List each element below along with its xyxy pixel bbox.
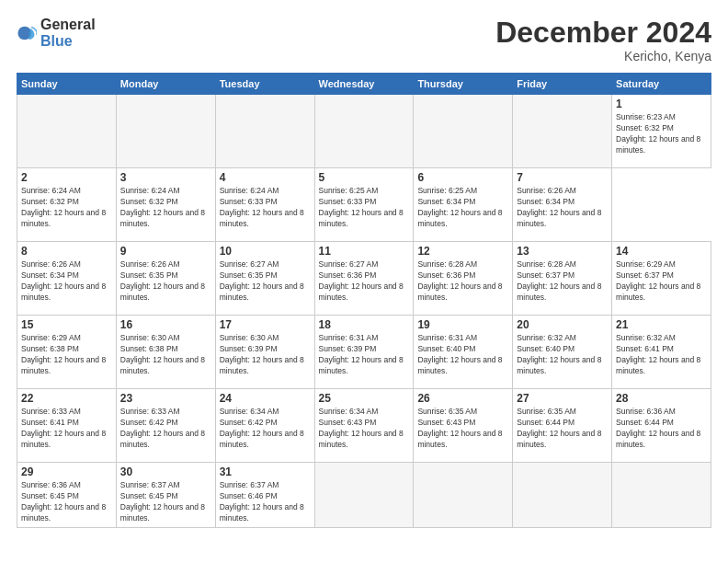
- day-number: 14: [616, 245, 707, 258]
- empty-cell: [314, 95, 414, 168]
- table-row: 5Sunrise: 6:25 AMSunset: 6:33 PMDaylight…: [314, 168, 414, 242]
- table-row: 17Sunrise: 6:30 AMSunset: 6:39 PMDayligh…: [215, 316, 314, 389]
- day-number: 31: [220, 465, 311, 478]
- table-row: 7Sunrise: 6:26 AMSunset: 6:34 PMDaylight…: [513, 168, 612, 242]
- weekday-header-row: Sunday Monday Tuesday Wednesday Thursday…: [17, 74, 711, 95]
- title-block: December 2024 Kericho, Kenya: [495, 17, 711, 63]
- day-number: 28: [616, 392, 707, 405]
- day-info: Sunrise: 6:26 AMSunset: 6:34 PMDaylight:…: [517, 186, 608, 230]
- table-row: 14Sunrise: 6:29 AMSunset: 6:37 PMDayligh…: [612, 242, 711, 316]
- day-info: Sunrise: 6:26 AMSunset: 6:34 PMDaylight:…: [21, 259, 112, 304]
- day-info: Sunrise: 6:33 AMSunset: 6:41 PMDaylight:…: [21, 407, 112, 451]
- day-number: 23: [120, 392, 211, 405]
- table-row: 23Sunrise: 6:33 AMSunset: 6:42 PMDayligh…: [116, 389, 215, 463]
- day-number: 15: [21, 318, 112, 331]
- table-row: 22Sunrise: 6:33 AMSunset: 6:41 PMDayligh…: [17, 389, 117, 463]
- day-number: 16: [120, 318, 211, 331]
- table-row: 12Sunrise: 6:28 AMSunset: 6:36 PMDayligh…: [414, 242, 513, 316]
- day-number: 19: [417, 318, 508, 331]
- day-info: Sunrise: 6:32 AMSunset: 6:41 PMDaylight:…: [616, 333, 707, 377]
- day-info: Sunrise: 6:27 AMSunset: 6:36 PMDaylight:…: [319, 259, 410, 304]
- day-info: Sunrise: 6:36 AMSunset: 6:45 PMDaylight:…: [21, 480, 112, 524]
- table-row: 20Sunrise: 6:32 AMSunset: 6:40 PMDayligh…: [513, 316, 612, 389]
- day-info: Sunrise: 6:37 AMSunset: 6:46 PMDaylight:…: [220, 480, 311, 524]
- empty-cell: [414, 95, 513, 168]
- day-info: Sunrise: 6:29 AMSunset: 6:38 PMDaylight:…: [21, 333, 112, 377]
- day-info: Sunrise: 6:30 AMSunset: 6:38 PMDaylight:…: [120, 333, 211, 377]
- day-info: Sunrise: 6:34 AMSunset: 6:43 PMDaylight:…: [319, 407, 410, 451]
- day-number: 27: [517, 392, 608, 405]
- header: General Blue December 2024 Kericho, Keny…: [17, 17, 711, 63]
- logo-text: General Blue: [40, 17, 96, 50]
- empty-cell: [513, 95, 612, 168]
- day-number: 7: [517, 171, 608, 184]
- day-info: Sunrise: 6:24 AMSunset: 6:32 PMDaylight:…: [21, 186, 112, 230]
- day-info: Sunrise: 6:27 AMSunset: 6:35 PMDaylight:…: [220, 259, 311, 304]
- calendar-table: Sunday Monday Tuesday Wednesday Thursday…: [17, 73, 711, 528]
- day-info: Sunrise: 6:24 AMSunset: 6:33 PMDaylight:…: [220, 186, 311, 230]
- table-row: 27Sunrise: 6:35 AMSunset: 6:44 PMDayligh…: [513, 389, 612, 463]
- table-row: 6Sunrise: 6:25 AMSunset: 6:34 PMDaylight…: [414, 168, 513, 242]
- day-number: 18: [319, 318, 410, 331]
- day-info: Sunrise: 6:34 AMSunset: 6:42 PMDaylight:…: [220, 407, 311, 451]
- table-row: 28Sunrise: 6:36 AMSunset: 6:44 PMDayligh…: [612, 389, 711, 463]
- table-row: 26Sunrise: 6:35 AMSunset: 6:43 PMDayligh…: [414, 389, 513, 463]
- table-row: 3Sunrise: 6:24 AMSunset: 6:32 PMDaylight…: [116, 168, 215, 242]
- table-row: 11Sunrise: 6:27 AMSunset: 6:36 PMDayligh…: [314, 242, 414, 316]
- table-row: 4Sunrise: 6:24 AMSunset: 6:33 PMDaylight…: [215, 168, 314, 242]
- logo-icon: [17, 23, 37, 43]
- header-thursday: Thursday: [414, 74, 513, 95]
- header-friday: Friday: [513, 74, 612, 95]
- table-row: 30Sunrise: 6:37 AMSunset: 6:45 PMDayligh…: [116, 463, 215, 528]
- table-row: 18Sunrise: 6:31 AMSunset: 6:39 PMDayligh…: [314, 316, 414, 389]
- table-row: 31Sunrise: 6:37 AMSunset: 6:46 PMDayligh…: [215, 463, 314, 528]
- header-monday: Monday: [116, 74, 215, 95]
- table-row: 19Sunrise: 6:31 AMSunset: 6:40 PMDayligh…: [414, 316, 513, 389]
- day-number: 22: [21, 392, 112, 405]
- day-info: Sunrise: 6:33 AMSunset: 6:42 PMDaylight:…: [120, 407, 211, 451]
- table-row: 16Sunrise: 6:30 AMSunset: 6:38 PMDayligh…: [116, 316, 215, 389]
- day-number: 5: [319, 171, 410, 184]
- day-number: 25: [319, 392, 410, 405]
- day-number: 21: [616, 318, 707, 331]
- day-info: Sunrise: 6:32 AMSunset: 6:40 PMDaylight:…: [517, 333, 608, 377]
- header-wednesday: Wednesday: [314, 74, 414, 95]
- empty-cell: [17, 95, 117, 168]
- table-row: [414, 463, 513, 528]
- day-number: 20: [517, 318, 608, 331]
- logo-blue: Blue: [40, 33, 73, 49]
- day-number: 29: [21, 465, 112, 478]
- table-row: 29Sunrise: 6:36 AMSunset: 6:45 PMDayligh…: [17, 463, 117, 528]
- table-row: 13Sunrise: 6:28 AMSunset: 6:37 PMDayligh…: [513, 242, 612, 316]
- day-info: Sunrise: 6:35 AMSunset: 6:43 PMDaylight:…: [417, 407, 508, 451]
- day-number: 9: [120, 245, 211, 258]
- header-saturday: Saturday: [612, 74, 711, 95]
- day-number: 4: [220, 171, 311, 184]
- day-info: Sunrise: 6:37 AMSunset: 6:45 PMDaylight:…: [120, 480, 211, 524]
- table-row: 15Sunrise: 6:29 AMSunset: 6:38 PMDayligh…: [17, 316, 117, 389]
- day-number: 3: [120, 171, 211, 184]
- day-info: Sunrise: 6:25 AMSunset: 6:33 PMDaylight:…: [319, 186, 410, 230]
- day-info: Sunrise: 6:23 AMSunset: 6:32 PMDaylight:…: [616, 112, 707, 156]
- day-number: 24: [220, 392, 311, 405]
- day-number: 13: [517, 245, 608, 258]
- day-info: Sunrise: 6:26 AMSunset: 6:35 PMDaylight:…: [120, 259, 211, 304]
- day-info: Sunrise: 6:24 AMSunset: 6:32 PMDaylight:…: [120, 186, 211, 230]
- day-info: Sunrise: 6:28 AMSunset: 6:36 PMDaylight:…: [417, 259, 508, 304]
- header-tuesday: Tuesday: [215, 74, 314, 95]
- day-info: Sunrise: 6:31 AMSunset: 6:40 PMDaylight:…: [417, 333, 508, 377]
- day-info: Sunrise: 6:29 AMSunset: 6:37 PMDaylight:…: [616, 259, 707, 304]
- day-number: 6: [417, 171, 508, 184]
- table-row: 8Sunrise: 6:26 AMSunset: 6:34 PMDaylight…: [17, 242, 117, 316]
- day-number: 2: [21, 171, 112, 184]
- empty-cell: [116, 95, 215, 168]
- month-title: December 2024: [495, 17, 711, 49]
- day-info: Sunrise: 6:28 AMSunset: 6:37 PMDaylight:…: [517, 259, 608, 304]
- table-row: 21Sunrise: 6:32 AMSunset: 6:41 PMDayligh…: [612, 316, 711, 389]
- day-number: 10: [220, 245, 311, 258]
- day-number: 30: [120, 465, 211, 478]
- table-row: 10Sunrise: 6:27 AMSunset: 6:35 PMDayligh…: [215, 242, 314, 316]
- table-row: 2Sunrise: 6:24 AMSunset: 6:32 PMDaylight…: [17, 168, 117, 242]
- day-info: Sunrise: 6:30 AMSunset: 6:39 PMDaylight:…: [220, 333, 311, 377]
- table-row: 25Sunrise: 6:34 AMSunset: 6:43 PMDayligh…: [314, 389, 414, 463]
